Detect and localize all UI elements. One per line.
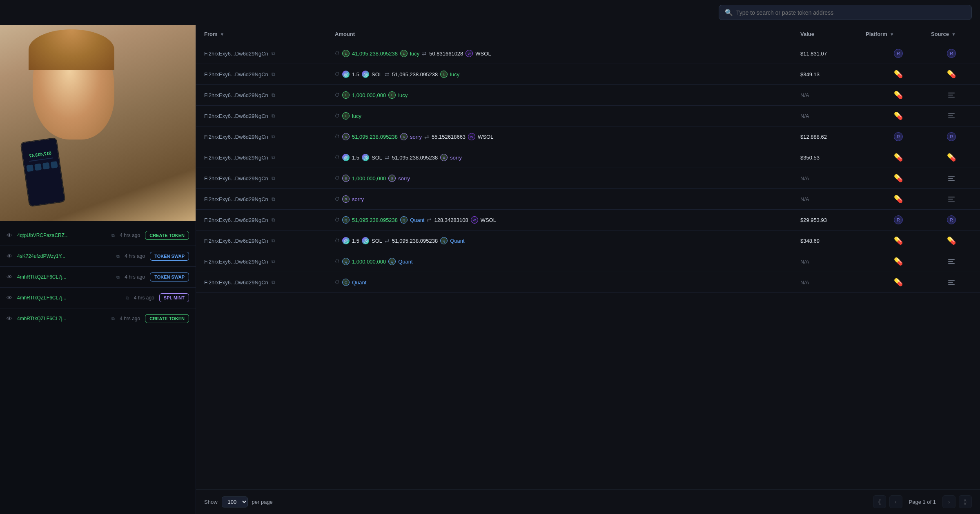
clock-icon: ⏱ [335, 259, 340, 264]
per-page-select[interactable]: 100 50 25 [222, 496, 248, 507]
green-source-icon: 💊 [947, 153, 956, 162]
platform-cell: 💊 [866, 70, 931, 79]
from-cell: Fi2hrxExy6...Dw6d29NgCn ⧉ [204, 279, 335, 286]
copy-address-icon[interactable]: ⧉ [272, 196, 275, 202]
table-row: Fi2hrxExy6...Dw6d29NgCn ⧉ ⏱L1,000,000,00… [196, 85, 980, 106]
platform-cell: 💊 [866, 91, 931, 100]
tx-hash: 4mhRTtkQZLF6CL7j... [17, 295, 121, 301]
tx-badge-swap: TOKEN SWAP [150, 252, 189, 261]
copy-address-icon[interactable]: ⧉ [272, 51, 275, 56]
swap-icon: ⇄ [427, 217, 432, 223]
copy-icon[interactable]: ⧉ [111, 316, 115, 321]
next-page-button[interactable]: › [942, 495, 956, 508]
quant-token-icon: Q [388, 258, 396, 265]
sorry-token-icon: S [400, 133, 408, 140]
wsol-token-icon: W [468, 133, 475, 140]
raydium-source-icon: R [947, 49, 956, 58]
tx-time: 4 hrs ago [125, 274, 145, 280]
value-cell: N/A [800, 196, 866, 202]
amount-left: 51,095,238.095238 [352, 217, 398, 223]
amount-left: 1,000,000,000 [352, 175, 386, 182]
filter-from-icon[interactable]: ▼ [220, 32, 225, 37]
filter-platform-icon[interactable]: ▼ [890, 32, 894, 37]
value-cell: $349.13 [800, 71, 866, 78]
token-right-name: Quant [450, 238, 464, 244]
platform-cell: R [866, 49, 931, 58]
copy-icon[interactable]: ⧉ [116, 254, 120, 259]
amount-left: 41,095,238.095238 [352, 51, 398, 57]
source-cell [931, 280, 972, 285]
copy-address-icon[interactable]: ⧉ [272, 238, 275, 244]
amount-cell: ⏱Llucy [335, 112, 800, 120]
clock-icon: ⏱ [335, 92, 340, 98]
amount-left: 1,000,000,000 [352, 259, 386, 265]
copy-address-icon[interactable]: ⧉ [272, 279, 275, 285]
table-row: Fi2hrxExy6...Dw6d29NgCn ⧉ ⏱QQuant N/A 💊 [196, 272, 980, 293]
sol-token-icon: ◎ [342, 154, 350, 161]
quant-token-icon: Q [440, 237, 448, 244]
platform-cell: 💊 [866, 153, 931, 162]
value-cell: N/A [800, 279, 866, 286]
amount-cell: ⏱Ssorry [335, 195, 800, 203]
pagination: Show 100 50 25 per page ⟪ ‹ Page 1 of 1 … [196, 489, 980, 514]
from-address: Fi2hrxExy6...Dw6d29NgCn [204, 51, 268, 57]
from-address: Fi2hrxExy6...Dw6d29NgCn [204, 279, 268, 286]
copy-address-icon[interactable]: ⧉ [272, 175, 275, 181]
token-left-name: SOL [372, 238, 382, 244]
raydium-platform-icon: R [894, 215, 903, 224]
copy-icon[interactable]: ⧉ [126, 295, 129, 301]
copy-icon[interactable]: ⧉ [116, 275, 120, 280]
tx-hash: 4qtpUbVRCPazaCRZ... [17, 233, 107, 238]
platform-cell: 💊 [866, 195, 931, 204]
list-item[interactable]: 👁 4sK724ufzdPWzy1Y... ⧉ 4 hrs ago TOKEN … [0, 246, 196, 267]
table-header: From ▼ Amount Value Platform ▼ Source ▼ [196, 25, 980, 43]
tx-time: 4 hrs ago [125, 253, 145, 259]
copy-address-icon[interactable]: ⧉ [272, 71, 275, 77]
list-item[interactable]: 👁 4qtpUbVRCPazaCRZ... ⧉ 4 hrs ago CREATE… [0, 225, 196, 246]
amount-left: 1,000,000,000 [352, 92, 386, 98]
raydium-platform-icon: R [894, 49, 903, 58]
amount-cell: ⏱◎1.5◎SOL⇄51,095,238.095238Ssorry [335, 154, 800, 161]
eye-icon: 👁 [7, 232, 12, 239]
eye-icon: 👁 [7, 315, 12, 322]
swap-icon: ⇄ [385, 154, 390, 161]
table-row: Fi2hrxExy6...Dw6d29NgCn ⧉ ⏱Q1,000,000,00… [196, 251, 980, 272]
tx-badge-swap: TOKEN SWAP [150, 273, 189, 281]
transaction-sidebar: $17,433.47 👁 [0, 25, 196, 514]
amount-cell: ⏱S1,000,000,000Ssorry [335, 175, 800, 182]
list-item[interactable]: 👁 4mhRTtkQZLF6CL7j... ⧉ 4 hrs ago TOKEN … [0, 267, 196, 288]
main-table-area: From ▼ Amount Value Platform ▼ Source ▼ [196, 25, 980, 514]
table-row: Fi2hrxExy6...Dw6d29NgCn ⧉ ⏱Llucy N/A 💊 [196, 106, 980, 126]
swap-icon: ⇄ [385, 237, 390, 244]
copy-address-icon[interactable]: ⧉ [272, 92, 275, 98]
clock-icon: ⏱ [335, 238, 340, 244]
eye-icon: 👁 [7, 295, 12, 301]
copy-icon[interactable]: ⧉ [111, 233, 115, 238]
col-from: From ▼ [204, 31, 335, 37]
green-platform-icon: 💊 [894, 236, 903, 245]
last-page-button[interactable]: ⟫ [959, 495, 972, 508]
token-left-name: lucy [352, 113, 361, 119]
list-item[interactable]: 👁 4mhRTtkQZLF6CL7j... ⧉ 4 hrs ago CREATE… [0, 308, 196, 329]
clock-icon: ⏱ [335, 134, 340, 140]
list-item[interactable]: 👁 4mhRTtkQZLF6CL7j... ⧉ 4 hrs ago SPL MI… [0, 288, 196, 308]
green-platform-icon: 💊 [894, 257, 903, 266]
first-page-button[interactable]: ⟪ [873, 495, 886, 508]
copy-address-icon[interactable]: ⧉ [272, 155, 275, 160]
platform-cell: 💊 [866, 111, 931, 120]
copy-address-icon[interactable]: ⧉ [272, 259, 275, 264]
copy-address-icon[interactable]: ⧉ [272, 134, 275, 140]
from-address: Fi2hrxExy6...Dw6d29NgCn [204, 259, 268, 265]
tx-list: 👁 4qtpUbVRCPazaCRZ... ⧉ 4 hrs ago CREATE… [0, 221, 196, 333]
token-left-name: sorry [398, 175, 410, 182]
sol-token-icon: ◎ [362, 237, 369, 244]
token-left-name: sorry [352, 196, 364, 202]
copy-address-icon[interactable]: ⧉ [272, 217, 275, 223]
platform-cell: 💊 [866, 257, 931, 266]
filter-source-icon[interactable]: ▼ [951, 32, 956, 37]
copy-address-icon[interactable]: ⧉ [272, 113, 275, 119]
source-cell [931, 197, 972, 202]
prev-page-button[interactable]: ‹ [889, 495, 902, 508]
search-input[interactable] [736, 9, 966, 16]
show-label: Show [204, 499, 218, 505]
